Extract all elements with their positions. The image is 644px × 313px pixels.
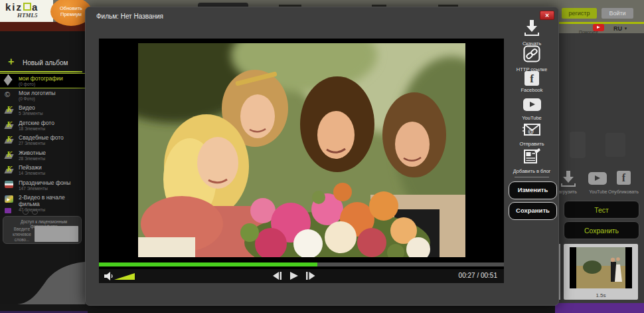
link-icon	[523, 45, 540, 62]
chevron-down-icon: ▼	[624, 27, 628, 31]
test-button[interactable]: Тест	[564, 201, 639, 219]
sidebar-item-my-logos[interactable]: © Мои логотипы (0 Фото)	[0, 88, 85, 104]
thumbnail-mat	[570, 247, 632, 288]
kizoa-clip-icon	[5, 136, 15, 144]
volume-control[interactable]	[104, 272, 136, 280]
download-icon	[524, 19, 540, 37]
logo-o-square	[23, 3, 31, 11]
collection-icon	[5, 208, 11, 213]
download-film-button[interactable]: Скачать	[505, 19, 558, 47]
sidebar-item-animals[interactable]: Животные 28 Элементы	[0, 148, 85, 163]
modal-title: Фильм: Нет Названия	[96, 13, 163, 20]
sidebar-item-landscapes[interactable]: Пейзажи 14 Элементы	[0, 163, 85, 178]
plus-icon: +	[8, 56, 14, 68]
album-list: мои фотографии (0 фото) © Мои логотипы (…	[0, 73, 85, 208]
kizoa-clip-icon	[5, 106, 15, 114]
youtube-publish-icon[interactable]	[588, 172, 607, 185]
dot-icon	[32, 209, 38, 215]
app-root: kiza HTML5 Обновить Премиум регистр Войт…	[0, 0, 644, 313]
help-link[interactable]: Помогите	[579, 30, 598, 35]
step-forward-button[interactable]	[306, 272, 315, 280]
video-flag-icon	[5, 195, 13, 203]
svg-text:@: @	[528, 128, 534, 135]
http-link-button[interactable]: HTTP ссылке	[505, 45, 558, 72]
publish-facebook-label: Опубликовать	[605, 189, 641, 194]
kizoa-logo[interactable]: kiza HTML5	[0, 0, 53, 22]
register-button[interactable]: регистр	[562, 8, 597, 19]
sidebar-item-intro-videos[interactable]: 2-Видео в начале фильма 47 Элементы	[0, 193, 85, 208]
player-progress-fill	[99, 262, 317, 266]
kizoa-clip-icon	[5, 151, 15, 159]
brand-subtitle: HTML5	[17, 12, 38, 19]
photos-icon	[4, 74, 13, 86]
kizoa-clip-icon	[5, 121, 15, 130]
download-icon[interactable]	[561, 170, 576, 187]
facebook-share-button[interactable]: f Facebook	[505, 71, 558, 93]
clip-duration-label: 1.5s	[564, 292, 638, 298]
player-controls: 00:27 / 00:51	[99, 269, 504, 283]
timeline-track	[555, 303, 644, 313]
timeline-clip-thumbnail[interactable]: 1.5s	[564, 244, 638, 300]
seek-bar[interactable]	[99, 262, 504, 266]
panel-divider	[515, 177, 549, 177]
film-preview-modal: Фильм: Нет Названия ✕	[85, 7, 559, 306]
disabled-action-icon	[605, 133, 625, 157]
sidebar-item-video[interactable]: Видео 5 Элементы	[0, 103, 85, 118]
sidebar-item-holiday-backgrounds[interactable]: Праздничные фоны 147 Элементы	[0, 178, 85, 193]
license-photos-panel: Доступ к лицензионным фотографиям Введит…	[3, 216, 82, 244]
login-button[interactable]: Войти	[602, 8, 633, 19]
share-panel: Скачать HTTP ссылке f Facebook YouTube	[505, 7, 558, 306]
save-button[interactable]: Сохранить	[509, 202, 557, 220]
add-to-blog-button[interactable]: Добавить в блог	[505, 148, 558, 174]
backgrounds-stack-icon	[5, 181, 13, 188]
sidebar-item-my-photos[interactable]: мои фотографии (0 фото)	[0, 73, 85, 88]
video-frame-bridesmaids[interactable]	[138, 43, 465, 257]
step-back-button[interactable]	[273, 272, 282, 280]
youtube-share-button[interactable]: YouTube	[505, 97, 558, 121]
edit-button[interactable]: Изменить	[509, 181, 557, 199]
copyright-icon: ©	[5, 91, 10, 98]
video-player: 00:27 / 00:51	[99, 39, 504, 283]
decorative-swoosh	[17, 261, 85, 304]
youtube-icon	[523, 98, 541, 111]
blog-icon	[523, 148, 540, 164]
disabled-action-icon	[570, 132, 586, 158]
sidebar-item-kids-photos[interactable]: Детские фото 18 Элементы	[0, 118, 85, 134]
email-icon: @	[523, 122, 541, 137]
play-button[interactable]	[290, 272, 298, 280]
facebook-icon: f	[524, 71, 539, 86]
new-album-button[interactable]: + Новый альбом	[0, 56, 82, 72]
facebook-publish-icon[interactable]: f	[617, 171, 631, 185]
dot-icon	[23, 209, 29, 215]
sidebar-item-wedding-photos[interactable]: Свадебные фото 27 Элементы	[0, 133, 85, 148]
language-selector[interactable]: RU ▼	[613, 25, 627, 32]
send-email-button[interactable]: @ Отправить	[505, 122, 558, 147]
time-display: 00:27 / 00:51	[459, 272, 497, 279]
brand-text: kiza	[5, 1, 39, 13]
keyword-search-input[interactable]	[35, 226, 78, 242]
keyword-label: Введите ключевое слово...	[7, 227, 37, 243]
kizoa-clip-icon	[5, 165, 15, 174]
sidebar-item-partial[interactable]	[0, 207, 85, 216]
save-workspace-button[interactable]: Сохранить	[564, 221, 639, 239]
wedding-clip-preview	[570, 247, 632, 288]
